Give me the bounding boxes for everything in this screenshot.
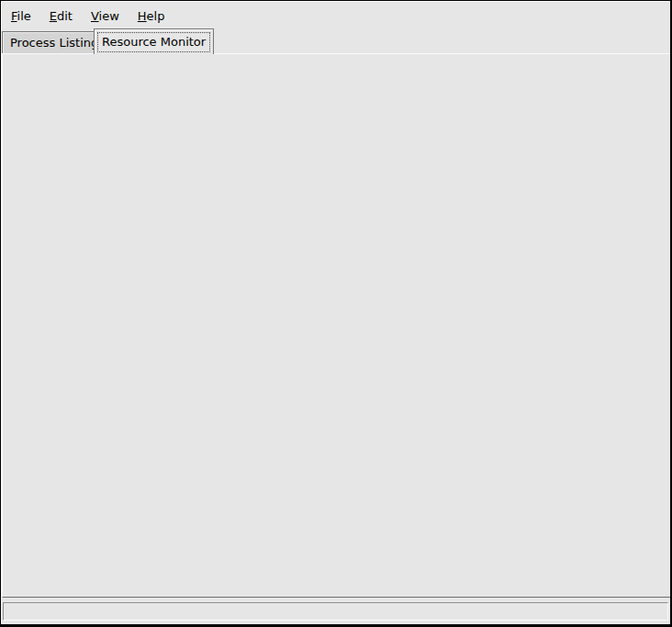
tab-process-listing-label: Process Listing (10, 36, 98, 50)
tab-process-listing[interactable]: Process Listing (2, 31, 106, 53)
menu-help[interactable]: Help (129, 5, 174, 28)
tab-resource-monitor-label: Resource Monitor (102, 35, 206, 49)
system-monitor-window: File Edit View Help Process Listing Reso… (0, 0, 672, 627)
tab-resource-monitor[interactable]: Resource Monitor (94, 28, 214, 54)
menubar: File Edit View Help (2, 3, 669, 29)
statusbar (3, 602, 668, 621)
menu-view[interactable]: View (82, 5, 129, 28)
resource-monitor-page (2, 53, 671, 598)
menu-file[interactable]: File (2, 5, 40, 28)
menu-edit[interactable]: Edit (40, 5, 82, 28)
